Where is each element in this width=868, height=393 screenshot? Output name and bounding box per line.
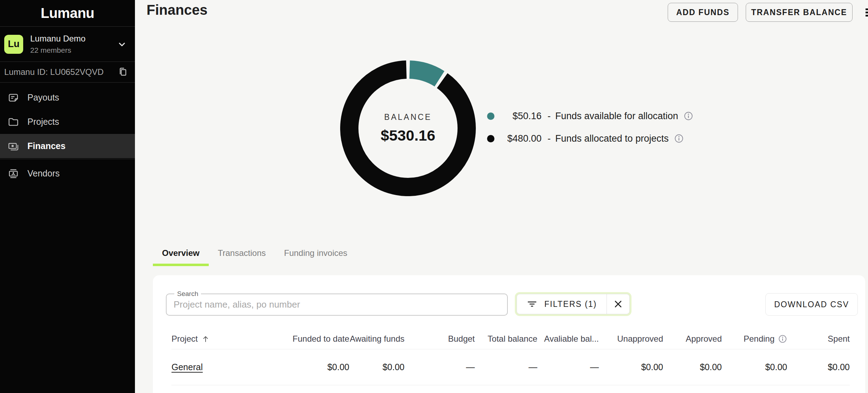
table-row: General$0.00$0.00———$0.00$0.00$0.00$0.00 [171,349,850,385]
legend-separator: - [548,133,551,144]
payouts-receipt-icon [8,92,19,103]
search-field: Search [166,294,508,316]
sidebar-item-label: Finances [27,141,65,151]
projects-folder-icon [8,116,19,128]
clear-filters-button[interactable] [607,294,629,314]
legend-row-allocated: $480.00 - Funds allocated to projects [487,131,693,146]
legend-label: Funds available for allocation [555,111,678,122]
filters-control: FILTERS (1) [515,292,631,316]
cell-pending: $0.00 [722,349,787,385]
filters-button[interactable]: FILTERS (1) [517,294,607,314]
legend-separator: - [548,111,551,122]
cell-spent: $0.00 [787,349,850,385]
sidebar-item-vendors[interactable]: Vendors [0,161,135,186]
chart-legend: $50.16 - Funds available for allocation … [487,108,693,146]
sort-asc-icon [201,335,210,343]
info-icon [778,334,787,343]
column-label: Project [171,334,198,344]
chevron-down-icon [117,39,127,50]
close-icon [614,299,623,309]
info-icon[interactable] [684,111,693,121]
column-label: Awaiting funds [350,334,404,344]
column-label: Budget [448,334,475,344]
sidebar-item-label: Payouts [27,92,59,103]
legend-dot-black [487,135,494,142]
lumanu-id-row: Lumanu ID: LU0652VQVD [0,62,135,83]
project-link[interactable]: General [171,362,203,372]
workspace-name: Lumanu Demo [30,34,85,44]
column-label: Funded to date [293,334,349,344]
column-label: Unapproved [617,334,663,344]
overview-card: Search FILTERS (1) [153,275,865,393]
cell-unapproved: $0.00 [599,349,663,385]
cell-approved: $0.00 [663,349,722,385]
column-header-avaliable-bal[interactable]: Avaliable bal... [537,329,599,349]
main-content: Finances ADD FUNDS TRANSFER BALANCE BALA… [135,0,868,393]
sidebar-item-payouts[interactable]: Payouts [0,85,135,110]
cell-funded-to-date: $0.00 [287,349,349,385]
column-header-project[interactable]: Project [171,329,287,349]
legend-row-available: $50.16 - Funds available for allocation [487,108,693,124]
nav-divider [0,159,135,159]
sidebar-item-label: Vendors [27,168,60,179]
balance-label: BALANCE [384,112,432,122]
column-header-spent[interactable]: Spent [787,329,850,349]
cell-awaiting-funds: $0.00 [349,349,404,385]
sidebar-item-finances[interactable]: Finances [0,134,135,158]
legend-amount: $50.16 [500,111,542,122]
download-csv-button[interactable]: DOWNLOAD CSV [765,293,858,316]
sidebar-item-projects[interactable]: Projects [0,110,135,134]
workspace-avatar: Lu [4,35,23,54]
filter-list-icon [527,299,537,309]
search-input[interactable] [167,294,507,315]
page-title: Finances [147,2,207,18]
workspace-selector[interactable]: Lu Lumanu Demo 22 members [0,27,135,62]
transfer-balance-button[interactable]: TRANSFER BALANCE [746,3,853,22]
section-tabs: OverviewTransactionsFunding invoices [153,243,356,266]
cell-total-balance: — [475,349,537,385]
column-label: Pending [744,334,775,344]
legend-dot-teal [487,112,494,120]
tab-funding-invoices[interactable]: Funding invoices [275,243,356,266]
cell-avaliable-bal: — [537,349,599,385]
lumanu-logo: Lumanu [41,5,95,21]
column-header-pending[interactable]: Pending [722,329,787,349]
donut-center: BALANCE $530.16 [340,60,476,196]
balance-value: $530.16 [381,127,435,144]
logo-row: Lumanu [0,0,135,27]
column-label: Approved [686,334,722,344]
clipped-edge-glyph [866,8,868,18]
column-header-approved[interactable]: Approved [663,329,722,349]
finances-banknote-icon [8,141,19,152]
info-icon[interactable] [674,134,684,143]
vendors-badge-icon [8,168,19,179]
column-label: Spent [828,334,850,344]
balance-donut-chart: BALANCE $530.16 [340,60,476,196]
sidebar: Lumanu Lu Lumanu Demo 22 members Lumanu … [0,0,135,393]
column-header-total-balance[interactable]: Total balance [475,329,537,349]
column-header-awaiting-funds[interactable]: Awaiting funds [349,329,404,349]
copy-icon[interactable] [118,67,128,77]
legend-amount: $480.00 [500,133,542,144]
column-header-funded-to-date[interactable]: Funded to date [287,329,349,349]
legend-label: Funds allocated to projects [555,133,669,144]
lumanu-id-text: Lumanu ID: LU0652VQVD [4,67,104,77]
search-field-label: Search [174,290,201,298]
cell-project: General [171,349,287,385]
cell-budget: — [404,349,475,385]
add-funds-button[interactable]: ADD FUNDS [668,3,738,22]
projects-table: ProjectFunded to dateAwaiting fundsBudge… [171,329,850,385]
column-header-unapproved[interactable]: Unapproved [599,329,663,349]
table-header-row: ProjectFunded to dateAwaiting fundsBudge… [171,329,850,349]
filters-label: FILTERS (1) [544,299,597,309]
sidebar-nav: PayoutsProjectsFinancesVendors [0,83,135,186]
sidebar-item-label: Projects [27,117,59,127]
column-header-budget[interactable]: Budget [404,329,475,349]
tab-transactions[interactable]: Transactions [209,243,275,266]
column-label: Avaliable bal... [544,334,599,344]
workspace-members: 22 members [30,46,85,54]
column-label: Total balance [488,334,537,344]
tab-overview[interactable]: Overview [153,243,209,266]
